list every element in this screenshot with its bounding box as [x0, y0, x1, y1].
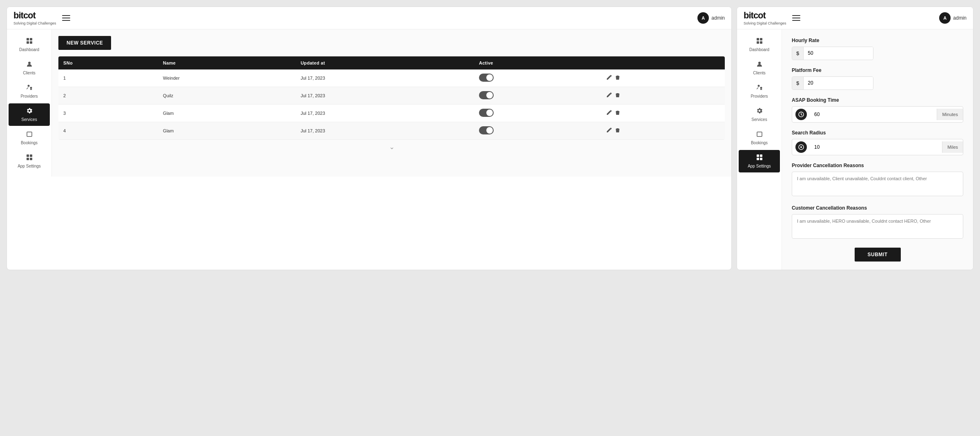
hourly-rate-input[interactable]	[804, 47, 873, 59]
cell-updated: Jul 17, 2023	[296, 122, 474, 139]
services-table: SNo Name Updated at Active 1 Weinder Jul…	[58, 56, 725, 140]
provider-cancel-textarea[interactable]	[792, 172, 963, 196]
asap-group: ASAP Booking Time Minutes	[792, 97, 963, 123]
right-sidebar-bookings[interactable]: Bookings	[739, 127, 780, 149]
left-header: bitcot Solving Digital Challenges A admi…	[7, 7, 731, 29]
customer-cancel-textarea[interactable]	[792, 214, 963, 239]
left-logo-sub: Solving Digital Challenges	[13, 21, 56, 26]
sidebar-item-providers[interactable]: Providers	[9, 80, 50, 103]
new-service-button[interactable]: NEW SERVICE	[58, 36, 111, 50]
svg-point-4	[28, 62, 31, 64]
right-sidebar-appsettings-label: App Settings	[748, 164, 771, 168]
grid-icon	[26, 38, 33, 46]
sidebar-item-dashboard[interactable]: Dashboard	[9, 34, 50, 56]
cell-actions	[601, 87, 725, 104]
left-sidebar: Dashboard Clients Providers	[7, 29, 52, 177]
right-sidebar: Dashboard Clients Providers	[737, 29, 782, 270]
edit-icon[interactable]	[606, 92, 612, 99]
toggle-switch[interactable]	[479, 126, 494, 134]
clock-icon	[795, 109, 807, 120]
delete-icon[interactable]	[615, 75, 620, 81]
right-clients-icon	[756, 61, 763, 69]
sidebar-item-clients[interactable]: Clients	[9, 57, 50, 79]
submit-button[interactable]: SUBMIT	[855, 248, 901, 262]
toggle-track[interactable]	[479, 109, 494, 117]
right-appsettings-icon	[756, 154, 763, 162]
svg-rect-14	[757, 41, 759, 44]
sidebar-appsettings-label: App Settings	[18, 164, 41, 168]
action-icons	[606, 75, 720, 81]
platform-fee-input[interactable]	[804, 77, 873, 89]
toggle-switch[interactable]	[479, 91, 494, 99]
cell-actions	[601, 69, 725, 87]
right-menu-icon[interactable]	[792, 15, 800, 21]
customer-cancel-group: Customer Cancellation Reasons	[792, 205, 963, 240]
svg-point-17	[757, 85, 760, 87]
svg-point-18	[760, 87, 762, 89]
sidebar-item-app-settings[interactable]: App Settings	[9, 150, 50, 172]
toggle-thumb	[486, 127, 493, 134]
toggle-switch[interactable]	[479, 74, 494, 82]
toggle-track[interactable]	[479, 91, 494, 99]
hourly-rate-label: Hourly Rate	[792, 38, 963, 43]
services-icon	[26, 107, 33, 116]
left-main-content: NEW SERVICE SNo Name Updated at Active 1	[52, 29, 731, 177]
right-sidebar-providers[interactable]: Providers	[739, 80, 780, 103]
cell-active	[474, 69, 601, 87]
right-bookings-icon	[756, 131, 763, 139]
svg-rect-1	[30, 38, 32, 40]
asap-input[interactable]	[810, 108, 937, 121]
clients-icon	[26, 61, 33, 69]
edit-icon[interactable]	[606, 110, 612, 116]
left-menu-icon[interactable]	[62, 15, 70, 21]
right-sidebar-services[interactable]: Services	[739, 103, 780, 126]
toggle-switch[interactable]	[479, 109, 494, 117]
table-header-row: SNo Name Updated at Active	[58, 56, 725, 69]
right-logo-area: bitcot Solving Digital Challenges	[744, 10, 800, 26]
right-admin-badge: A admin	[939, 12, 967, 24]
provider-cancel-group: Provider Cancellation Reasons	[792, 163, 963, 198]
col-active: Active	[474, 56, 601, 69]
search-radius-label: Search Radius	[792, 130, 963, 136]
sidebar-item-bookings[interactable]: Bookings	[9, 127, 50, 149]
edit-icon[interactable]	[606, 75, 612, 81]
svg-rect-11	[30, 158, 32, 160]
edit-icon[interactable]	[606, 127, 612, 134]
right-sidebar-dashboard[interactable]: Dashboard	[739, 34, 780, 56]
right-sidebar-dashboard-label: Dashboard	[749, 47, 769, 52]
platform-fee-prefix: $	[792, 77, 804, 89]
settings-form-area: Hourly Rate $ Platform Fee $ A	[782, 29, 973, 270]
right-sidebar-clients[interactable]: Clients	[739, 57, 780, 79]
cell-active	[474, 87, 601, 104]
toggle-track[interactable]	[479, 126, 494, 134]
right-sidebar-providers-label: Providers	[751, 94, 768, 98]
action-icons	[606, 92, 720, 99]
table-row: 2 Quilz Jul 17, 2023	[58, 87, 725, 104]
delete-icon[interactable]	[615, 127, 620, 134]
search-radius-suffix: Miles	[942, 141, 963, 153]
cell-actions	[601, 104, 725, 122]
svg-rect-20	[757, 154, 759, 157]
search-radius-input[interactable]	[810, 141, 942, 153]
bookings-icon	[26, 131, 33, 139]
toggle-track[interactable]	[479, 74, 494, 82]
svg-rect-7	[27, 132, 32, 136]
right-sidebar-app-settings[interactable]: App Settings	[739, 150, 780, 172]
svg-rect-8	[27, 154, 29, 157]
left-admin-avatar: A	[697, 12, 709, 24]
svg-rect-12	[757, 38, 759, 40]
svg-rect-21	[760, 154, 762, 157]
sidebar-item-services[interactable]: Services	[9, 103, 50, 126]
customer-cancel-label: Customer Cancellation Reasons	[792, 205, 963, 211]
svg-point-5	[27, 85, 29, 87]
left-admin-label: admin	[711, 15, 725, 21]
right-grid-icon	[756, 38, 763, 46]
platform-fee-label: Platform Fee	[792, 67, 963, 73]
asap-label: ASAP Booking Time	[792, 97, 963, 103]
delete-icon[interactable]	[615, 92, 620, 99]
appsettings-icon	[26, 154, 33, 162]
scroll-down-indicator: ⌄	[58, 140, 725, 154]
cell-name: Glam	[158, 122, 296, 139]
delete-icon[interactable]	[615, 110, 620, 116]
left-logo: bitcot Solving Digital Challenges	[13, 10, 56, 26]
